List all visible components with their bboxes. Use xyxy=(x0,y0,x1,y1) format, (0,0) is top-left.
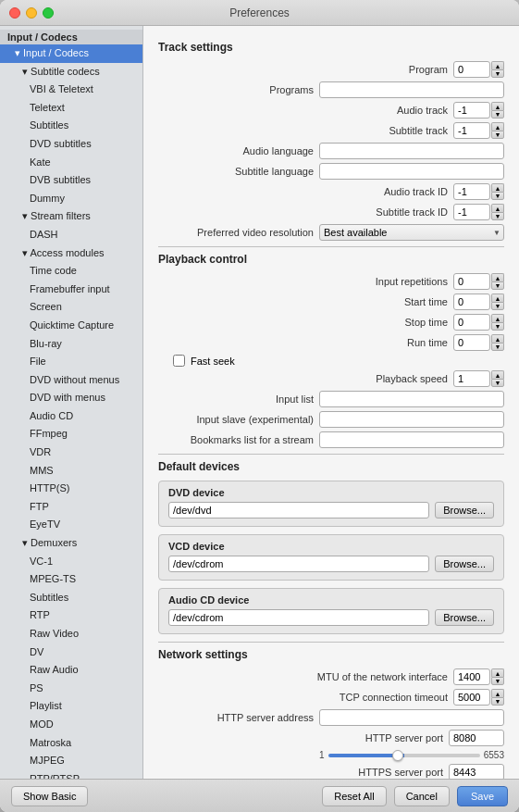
stop-time-down[interactable]: ▼ xyxy=(491,322,504,331)
bookmarks-input[interactable] xyxy=(319,431,504,448)
subtitle-track-id-input[interactable] xyxy=(453,204,490,220)
subtitle-track-input[interactable] xyxy=(453,122,490,139)
sidebar-item-subtitles[interactable]: Subtitles xyxy=(0,117,142,135)
close-button[interactable] xyxy=(9,7,20,19)
show-basic-button[interactable]: Show Basic xyxy=(11,786,88,806)
program-input[interactable] xyxy=(453,61,490,78)
sidebar-item-vc1[interactable]: VC-1 xyxy=(0,553,142,571)
audio-track-stepper-down[interactable]: ▼ xyxy=(491,110,504,119)
dvd-device-input[interactable] xyxy=(168,502,429,518)
sidebar-item-dv[interactable]: DV xyxy=(0,643,142,662)
playback-speed-input[interactable] xyxy=(453,370,490,387)
http-port-slider[interactable] xyxy=(328,754,480,757)
http-addr-input[interactable] xyxy=(319,709,504,726)
sidebar-item-file[interactable]: File xyxy=(0,353,142,371)
audio-track-id-up[interactable]: ▲ xyxy=(491,183,504,192)
fast-seek-checkbox[interactable] xyxy=(173,355,185,367)
program-stepper-up[interactable]: ▲ xyxy=(491,61,504,69)
program-stepper-down[interactable]: ▼ xyxy=(491,69,504,78)
sidebar-item-dvd-subtitles[interactable]: DVD subtitles xyxy=(0,135,142,154)
sidebar-item-mjpeg[interactable]: MJPEG xyxy=(0,752,142,770)
sidebar-item-quicktime[interactable]: Quicktime Capture xyxy=(0,317,142,335)
sidebar-item-dvd-menus[interactable]: DVD with menus xyxy=(0,389,142,407)
subtitle-track-stepper-down[interactable]: ▼ xyxy=(491,131,504,139)
dvd-browse-button[interactable]: Browse... xyxy=(435,502,494,518)
tcp-timeout-up[interactable]: ▲ xyxy=(491,689,504,697)
audio-cd-browse-button[interactable]: Browse... xyxy=(435,609,494,626)
cancel-button[interactable]: Cancel xyxy=(394,786,450,806)
subtitle-track-id-up[interactable]: ▲ xyxy=(491,204,504,212)
save-button[interactable]: Save xyxy=(457,786,508,806)
sidebar-item-ftp[interactable]: FTP xyxy=(0,498,142,517)
input-list-input[interactable] xyxy=(319,391,504,407)
input-rep-up[interactable]: ▲ xyxy=(491,273,504,281)
tcp-timeout-down[interactable]: ▼ xyxy=(491,697,504,706)
http-port-input[interactable] xyxy=(449,730,504,746)
start-time-down[interactable]: ▼ xyxy=(491,302,504,310)
sidebar-item-dvb-subtitles[interactable]: DVB subtitles xyxy=(0,171,142,190)
https-port-input[interactable] xyxy=(449,764,504,779)
sidebar-item-audio-cd[interactable]: Audio CD xyxy=(0,407,142,426)
sidebar-item-dummy[interactable]: Dummy xyxy=(0,190,142,208)
sidebar-item-vdr[interactable]: VDR xyxy=(0,443,142,462)
audio-track-id-input[interactable] xyxy=(453,183,490,200)
sidebar-item-screen[interactable]: Screen xyxy=(0,298,142,317)
sidebar-item-rtp[interactable]: RTP xyxy=(0,606,142,625)
vcd-browse-button[interactable]: Browse... xyxy=(435,556,494,572)
input-rep-input[interactable] xyxy=(453,273,490,290)
mtu-up[interactable]: ▲ xyxy=(491,668,504,677)
sidebar-item-time-code[interactable]: Time code xyxy=(0,262,142,281)
sidebar-item-ffmpeg-access[interactable]: FFmpeg xyxy=(0,425,142,443)
sidebar-item-mod[interactable]: MOD xyxy=(0,716,142,734)
sidebar-item-raw-audio[interactable]: Raw Audio xyxy=(0,661,142,680)
audio-track-stepper-up[interactable]: ▲ xyxy=(491,102,504,110)
programs-input[interactable] xyxy=(319,81,504,98)
tcp-timeout-input[interactable] xyxy=(453,689,490,706)
sidebar-item-mpeg-ts[interactable]: MPEG-TS xyxy=(0,570,142,589)
sidebar-item-ps[interactable]: PS xyxy=(0,680,142,698)
audio-track-id-down[interactable]: ▼ xyxy=(491,192,504,200)
sidebar-item-input-codecs[interactable]: ▾ Input / Codecs xyxy=(0,44,142,63)
input-rep-down[interactable]: ▼ xyxy=(491,281,504,290)
run-time-input[interactable] xyxy=(453,334,490,351)
sidebar-item-raw-video[interactable]: Raw Video xyxy=(0,625,142,643)
maximize-button[interactable] xyxy=(43,7,54,19)
mtu-input[interactable] xyxy=(453,668,490,685)
sidebar-item-subtitle-codecs[interactable]: ▾ Subtitle codecs xyxy=(0,63,142,81)
sidebar-item-demuxers[interactable]: ▾ Demuxers xyxy=(0,534,142,553)
input-slave-input[interactable] xyxy=(319,411,504,428)
playback-speed-down[interactable]: ▼ xyxy=(491,379,504,387)
run-time-up[interactable]: ▲ xyxy=(491,334,504,343)
sidebar-item-dash[interactable]: DASH xyxy=(0,226,142,244)
subtitle-track-id-down[interactable]: ▼ xyxy=(491,212,504,220)
stop-time-input[interactable] xyxy=(453,314,490,331)
sidebar-item-stream-filters[interactable]: ▾ Stream filters xyxy=(0,207,142,226)
vcd-device-input[interactable] xyxy=(168,556,429,572)
audio-track-input[interactable] xyxy=(453,102,490,119)
playback-speed-up[interactable]: ▲ xyxy=(491,370,504,379)
sidebar-item-vbi[interactable]: VBI & Teletext xyxy=(0,81,142,99)
run-time-down[interactable]: ▼ xyxy=(491,343,504,351)
stop-time-up[interactable]: ▲ xyxy=(491,314,504,322)
sidebar-item-https[interactable]: HTTP(S) xyxy=(0,480,142,498)
video-resolution-select[interactable]: Best available xyxy=(319,224,504,241)
start-time-input[interactable] xyxy=(453,294,490,310)
sidebar-item-teletext[interactable]: Teletext xyxy=(0,99,142,118)
subtitle-track-stepper-up[interactable]: ▲ xyxy=(491,122,504,131)
sidebar-item-matroska[interactable]: Matroska xyxy=(0,734,142,753)
sidebar-item-framebuffer[interactable]: Framebuffer input xyxy=(0,281,142,299)
mtu-down[interactable]: ▼ xyxy=(491,677,504,685)
sidebar-item-playlist[interactable]: Playlist xyxy=(0,697,142,716)
sidebar-item-eyetv[interactable]: EyeTV xyxy=(0,516,142,534)
audio-cd-device-input[interactable] xyxy=(168,609,429,626)
reset-all-button[interactable]: Reset All xyxy=(322,786,386,806)
sidebar-item-mms[interactable]: MMS xyxy=(0,462,142,481)
start-time-up[interactable]: ▲ xyxy=(491,294,504,302)
sidebar-item-bluray[interactable]: Blu-ray xyxy=(0,335,142,354)
minimize-button[interactable] xyxy=(26,7,37,19)
sidebar-item-kate[interactable]: Kate xyxy=(0,154,142,172)
subtitle-lang-input[interactable] xyxy=(319,163,504,180)
sidebar-item-dvd-no-menus[interactable]: DVD without menus xyxy=(0,371,142,390)
audio-lang-input[interactable] xyxy=(319,143,504,159)
sidebar-item-access-modules[interactable]: ▾ Access modules xyxy=(0,244,142,263)
